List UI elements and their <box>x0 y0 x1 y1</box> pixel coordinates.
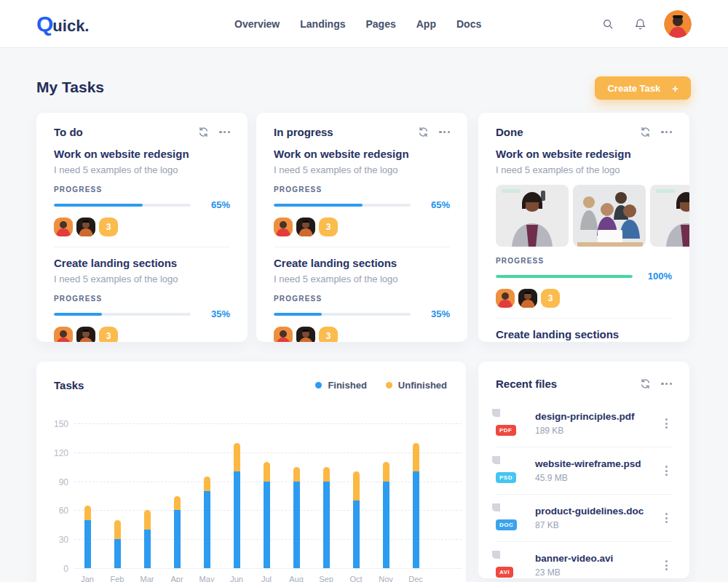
file-row[interactable]: AVI banner-video.avi 23 MB <box>496 541 672 578</box>
column-title: In progress <box>274 126 333 138</box>
task-photo[interactable] <box>496 185 569 247</box>
legend-label: Unfinished <box>398 380 447 391</box>
legend-dot-unfinished <box>386 382 392 388</box>
more-options-icon[interactable] <box>661 383 672 385</box>
x-tick-label: Sep <box>314 575 338 582</box>
legend-item-finished[interactable]: Finished <box>315 380 366 391</box>
task-card[interactable]: Work on website redesign I need 5 exampl… <box>496 148 672 308</box>
sync-icon[interactable] <box>640 378 651 389</box>
task-title: Work on website redesign <box>54 148 230 160</box>
file-name: banner-video.avi <box>535 553 613 564</box>
task-title: Work on website redesign <box>496 148 672 160</box>
assignee-count-badge[interactable]: 3 <box>99 218 118 236</box>
file-icon-avi: AVI <box>500 551 523 578</box>
create-task-button[interactable]: Create Task + <box>595 76 691 100</box>
nav-item-docs[interactable]: Docs <box>456 18 481 30</box>
task-title: Create landing sections <box>496 328 672 340</box>
assignee-avatar[interactable] <box>54 327 73 342</box>
task-description: I need 5 examples of the logo <box>54 164 230 175</box>
search-icon[interactable] <box>600 16 616 32</box>
x-tick-label: Jun <box>225 575 248 582</box>
progress-bar <box>274 313 411 316</box>
logo-q: Q <box>36 12 52 36</box>
progress-percent: 100% <box>641 271 672 282</box>
task-description: I need 5 examples of the logo <box>274 274 450 284</box>
x-tick-label: Oct <box>344 575 368 582</box>
bar-jan <box>84 506 91 568</box>
assignee-count-badge[interactable]: 3 <box>541 289 560 308</box>
x-tick-label: May <box>195 575 218 582</box>
task-photo[interactable] <box>573 185 646 247</box>
file-type-badge: AVI <box>496 567 513 578</box>
assignee-avatar[interactable] <box>76 218 95 236</box>
user-avatar[interactable] <box>664 10 692 38</box>
file-row[interactable]: PDF design-principles.pdf 189 KB <box>496 400 672 447</box>
nav-item-pages[interactable]: Pages <box>366 18 396 30</box>
file-menu-icon[interactable] <box>661 510 672 526</box>
more-options-icon[interactable] <box>439 131 450 133</box>
x-tick-label: Jul <box>255 575 278 582</box>
assignee-avatar[interactable] <box>76 327 95 342</box>
plus-icon: + <box>672 82 678 95</box>
file-name: product-guidelines.doc <box>535 506 644 517</box>
divider <box>54 247 230 247</box>
assignee-avatar[interactable] <box>296 327 315 342</box>
column-done: Done Work on website redesign I need 5 e… <box>478 113 689 342</box>
file-row[interactable]: PSD website-wireframe.psd 45.9 MB <box>496 447 672 494</box>
task-title: Work on website redesign <box>274 148 450 160</box>
progress-percent: 65% <box>419 199 450 210</box>
y-tick-label: 120 <box>39 448 68 458</box>
bar-oct <box>353 471 360 568</box>
legend-item-unfinished[interactable]: Unfinished <box>386 380 447 391</box>
file-size: 23 MB <box>535 567 613 578</box>
progress-bar <box>274 204 411 207</box>
task-card[interactable]: Work on website redesign I need 5 exampl… <box>54 148 230 236</box>
x-tick-label: Nov <box>374 575 397 582</box>
assignee-avatar[interactable] <box>296 218 315 236</box>
assignee-avatar[interactable] <box>274 218 293 236</box>
progress-percent: 35% <box>199 308 230 319</box>
assignee-count-badge[interactable]: 3 <box>99 327 118 342</box>
more-options-icon[interactable] <box>661 131 672 133</box>
divider <box>274 247 450 247</box>
nav-item-landings[interactable]: Landings <box>300 18 345 30</box>
nav-item-overview[interactable]: Overview <box>234 18 280 30</box>
recent-files-card: Recent files PDF design-principles.pdf 1… <box>478 362 689 578</box>
task-card[interactable]: Create landing sections <box>496 328 672 340</box>
sync-icon[interactable] <box>418 127 429 137</box>
file-name: design-principles.pdf <box>535 411 635 422</box>
y-tick-label: 30 <box>39 535 68 545</box>
assignee-avatar[interactable] <box>54 218 73 236</box>
more-options-icon[interactable] <box>219 131 230 133</box>
file-menu-icon[interactable] <box>661 463 672 479</box>
task-photo[interactable] <box>650 185 689 247</box>
assignee-avatar[interactable] <box>274 327 293 342</box>
assignee-count-badge[interactable]: 3 <box>319 218 338 236</box>
assignee-count-badge[interactable]: 3 <box>319 327 338 342</box>
file-menu-icon[interactable] <box>661 415 672 431</box>
x-tick-label: Dec <box>404 575 427 582</box>
nav-item-app[interactable]: App <box>416 18 436 30</box>
navbar-actions <box>600 0 692 48</box>
task-card[interactable]: Create landing sections I need 5 example… <box>54 257 230 342</box>
bell-icon[interactable] <box>632 16 648 32</box>
navbar: Quick. Overview Landings Pages App Docs <box>0 0 728 48</box>
logo-text: uick. <box>52 17 89 36</box>
x-tick-label: Apr <box>165 575 189 582</box>
assignee-avatar[interactable] <box>518 289 537 308</box>
progress-label: PROGRESS <box>274 186 450 194</box>
progress-fill <box>274 204 363 207</box>
file-row[interactable]: DOC product-guidelines.doc 87 KB <box>496 494 672 541</box>
task-card[interactable]: Work on website redesign I need 5 exampl… <box>274 148 450 236</box>
chart-legend: Finished Unfinished <box>315 380 447 391</box>
progress-label: PROGRESS <box>54 186 230 194</box>
bar-dec <box>413 443 419 568</box>
legend-label: Finished <box>328 380 366 391</box>
sync-icon[interactable] <box>640 127 651 137</box>
sync-icon[interactable] <box>198 127 209 137</box>
bar-feb <box>114 520 121 568</box>
task-card[interactable]: Create landing sections I need 5 example… <box>274 257 450 342</box>
logo[interactable]: Quick. <box>36 12 89 36</box>
file-menu-icon[interactable] <box>661 557 672 573</box>
assignee-avatar[interactable] <box>496 289 515 308</box>
